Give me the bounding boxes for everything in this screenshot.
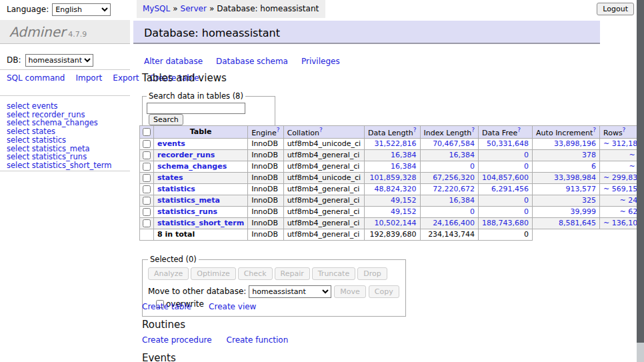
table-link-states[interactable]: states (157, 173, 183, 182)
row-checkbox[interactable] (143, 219, 151, 227)
tables-header-row: TableEngine?Collation?Data Length?Index … (140, 126, 644, 139)
data-free-link[interactable]: 0 (524, 196, 529, 205)
search-legend: Search data in tables (8) (147, 91, 245, 101)
auto-increment-link[interactable]: 325 (582, 196, 596, 205)
index-length-link[interactable]: 16,384 (449, 196, 475, 205)
table-link-statistics-meta[interactable]: statistics_meta (157, 196, 220, 205)
data-free-link[interactable]: 0 (524, 207, 529, 216)
sidebar-link-import[interactable]: Import (75, 73, 102, 83)
help-link[interactable]: ? (277, 127, 280, 133)
index-length-link[interactable]: 0 (470, 162, 475, 171)
move-database-select[interactable]: homeassistant (249, 285, 331, 298)
create-procedure-link[interactable]: Create procedure (142, 335, 212, 345)
data-length-cell: 49,152 (365, 206, 420, 217)
data-free-link[interactable]: 0 (524, 162, 529, 171)
table-name-cell: statistics_short_term (154, 217, 248, 229)
auto-increment-link[interactable]: 33,398,984 (554, 173, 596, 182)
auto-increment-link[interactable]: 378 (582, 151, 596, 159)
table-link-statistics[interactable]: statistics (157, 185, 195, 193)
analyze-button[interactable]: Analyze (148, 267, 189, 280)
index-length-link[interactable]: 72,220,672 (433, 185, 475, 193)
row-checkbox[interactable] (143, 197, 151, 205)
data-length-link[interactable]: 16,384 (391, 151, 417, 159)
adminer-logo[interactable]: Adminer (9, 24, 65, 40)
index-length-cell: 0 (420, 206, 479, 217)
language-label: Language: (7, 5, 49, 14)
row-checkbox[interactable] (143, 151, 151, 159)
truncate-button[interactable]: Truncate (312, 267, 355, 280)
select-all-checkbox[interactable] (143, 128, 151, 136)
create-function-link[interactable]: Create function (227, 335, 289, 345)
search-button[interactable]: Search (149, 114, 183, 125)
data-length-link[interactable]: 16,384 (391, 162, 417, 171)
tab-privileges[interactable]: Privileges (301, 57, 340, 66)
data-length-link[interactable]: 10,502,144 (375, 219, 417, 227)
auto-increment-link[interactable]: 33,898,196 (554, 139, 596, 148)
scrollbar-thumb[interactable] (637, 0, 644, 343)
help-link[interactable]: ? (471, 127, 475, 133)
index-length-link[interactable]: 70,467,584 (433, 139, 475, 148)
tab-database-schema[interactable]: Database schema (216, 57, 288, 66)
breadcrumb-link-server[interactable]: Server (181, 4, 207, 13)
auto-increment-link[interactable]: 39,999 (571, 207, 597, 216)
data-length-link[interactable]: 49,152 (391, 207, 417, 216)
auto-increment-link[interactable]: 913,577 (566, 185, 597, 193)
sidebar-select-events-link[interactable]: select events (7, 102, 111, 111)
data-length-link[interactable]: 49,152 (391, 196, 417, 205)
sidebar-select-statistics-short-term-link[interactable]: select statistics_short_term (7, 161, 111, 170)
table-link-recorder-runs[interactable]: recorder_runs (157, 151, 215, 159)
data-length-link[interactable]: 101,859,328 (370, 173, 417, 182)
logout-button[interactable]: Logout (597, 3, 634, 15)
row-checkbox[interactable] (143, 174, 151, 182)
help-link[interactable]: ? (413, 127, 417, 133)
data-length-link[interactable]: 31,522,816 (375, 139, 417, 148)
create-view-link[interactable]: Create view (209, 302, 256, 311)
tab-alter-database[interactable]: Alter database (144, 57, 203, 66)
data-free-link[interactable]: 0 (524, 151, 529, 159)
help-link[interactable]: ? (623, 127, 626, 133)
auto-increment-link[interactable]: 8,581,645 (559, 219, 596, 227)
help-link[interactable]: ? (593, 127, 596, 133)
sidebar-link-export[interactable]: Export (113, 73, 139, 83)
table-link-schema-changes[interactable]: schema_changes (157, 162, 227, 171)
sidebar-select-states-link[interactable]: select states (7, 127, 111, 136)
row-checkbox[interactable] (143, 140, 151, 148)
row-checkbox[interactable] (143, 163, 151, 171)
data-free-link[interactable]: 188,743,680 (482, 219, 529, 227)
index-length-link[interactable]: 24,166,400 (433, 219, 475, 227)
search-input[interactable] (147, 103, 245, 114)
data-free-link[interactable]: 6,291,456 (491, 185, 529, 193)
index-length-link[interactable]: 67,256,320 (433, 173, 475, 182)
help-link[interactable]: ? (319, 127, 323, 133)
breadcrumb-link-mysql[interactable]: MySQL (143, 4, 170, 13)
data-free-link[interactable]: 104,857,600 (482, 173, 529, 182)
index-length-link[interactable]: 0 (470, 207, 475, 216)
page-title: Database: homeassistant (144, 27, 280, 39)
auto-increment-link[interactable]: 6 (591, 162, 596, 171)
table-link-statistics-runs[interactable]: statistics_runs (157, 207, 217, 216)
data-length-cell: 101,859,328 (365, 172, 420, 183)
sidebar-link-sql-command[interactable]: SQL command (7, 73, 65, 83)
repair-button[interactable]: Repair (275, 267, 310, 280)
table-link-statistics-short-term[interactable]: statistics_short_term (157, 219, 244, 227)
check-button[interactable]: Check (238, 267, 273, 280)
language-select[interactable]: English (52, 3, 111, 16)
data-length-link[interactable]: 48,824,320 (375, 185, 417, 193)
row-checkbox[interactable] (143, 208, 151, 216)
table-name-cell: events (154, 138, 248, 149)
index-length-link[interactable]: 16,384 (449, 151, 475, 159)
optimize-button[interactable]: Optimize (191, 267, 235, 280)
column-header-label: Table (190, 127, 212, 136)
data-free-link[interactable]: 50,331,648 (487, 139, 529, 148)
db-select[interactable]: homeassistant (25, 54, 93, 67)
drop-button[interactable]: Drop (357, 267, 387, 280)
help-link[interactable]: ? (517, 127, 521, 133)
row-checkbox[interactable] (143, 185, 151, 193)
move-button[interactable]: Move (334, 285, 366, 298)
sidebar-select-statistics-link[interactable]: select statistics (7, 136, 111, 145)
vertical-scrollbar[interactable] (637, 0, 644, 362)
copy-button[interactable]: Copy (369, 285, 399, 298)
create-table-link[interactable]: Create table (142, 302, 191, 311)
table-link-events[interactable]: events (157, 139, 185, 148)
collation-cell: utf8mb4_general_ci (283, 149, 364, 161)
